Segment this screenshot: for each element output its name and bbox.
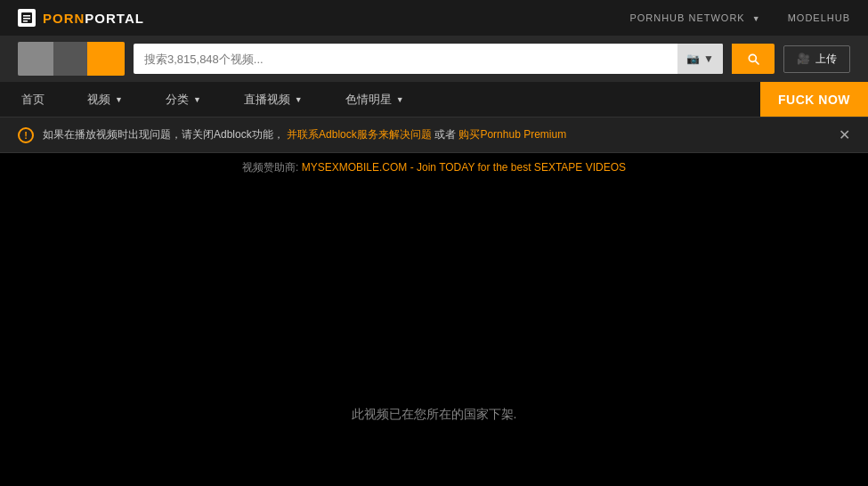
logo-icon bbox=[18, 9, 36, 27]
main-nav: 首页 视频 ▼ 分类 ▼ 直播视频 ▼ 色情明星 ▼ FUCK NOW bbox=[0, 82, 868, 117]
top-nav-links: PORNHUB NETWORK ▼ MODELHUB bbox=[629, 12, 850, 23]
svg-rect-1 bbox=[23, 15, 30, 17]
nav-item-categories[interactable]: 分类 ▼ bbox=[144, 82, 223, 117]
logo-thumbnail bbox=[18, 42, 125, 76]
nav-item-home[interactable]: 首页 bbox=[0, 82, 66, 117]
chevron-down-icon: ▼ bbox=[752, 14, 761, 23]
sponsor-bar: 视频赞助商: MYSEXMOBILE.COM - Join TODAY for … bbox=[0, 153, 868, 182]
chevron-down-icon: ▼ bbox=[396, 95, 404, 104]
svg-rect-2 bbox=[23, 18, 30, 20]
video-camera-icon: 🎥 bbox=[797, 53, 810, 65]
upload-button[interactable]: 🎥 上传 bbox=[783, 45, 850, 73]
nav-item-videos[interactable]: 视频 ▼ bbox=[66, 82, 144, 117]
alert-message: 如果在播放视频时出现问题，请关闭Adblock功能， 并联系Adblock服务来… bbox=[43, 127, 566, 142]
search-bar: 📷 ▼ 🎥 上传 bbox=[0, 36, 868, 82]
cam-dropdown-chevron: ▼ bbox=[703, 53, 714, 65]
camera-select-button[interactable]: 📷 ▼ bbox=[677, 44, 723, 74]
nav-link-pornhub-network[interactable]: PORNHUB NETWORK ▼ bbox=[629, 12, 760, 23]
fuck-now-button[interactable]: FUCK NOW bbox=[760, 82, 868, 117]
logo-text: PORNPORTAL bbox=[43, 11, 144, 26]
search-input-wrap: 📷 ▼ bbox=[134, 44, 723, 74]
logo[interactable]: PORNPORTAL bbox=[18, 9, 144, 27]
alert-icon: ! bbox=[18, 127, 34, 143]
logo-highlight: PORN bbox=[43, 11, 85, 26]
search-button[interactable] bbox=[732, 44, 775, 74]
main-content: 此视频已在您所在的国家下架. bbox=[0, 182, 868, 450]
top-nav: PORNPORTAL PORNHUB NETWORK ▼ MODELHUB bbox=[0, 0, 868, 36]
thumbnail-orange bbox=[87, 42, 125, 76]
nav-item-live-videos[interactable]: 直播视频 ▼ bbox=[223, 82, 324, 117]
unavailable-message: 此视频已在您所在的国家下架. bbox=[352, 211, 517, 423]
sponsor-link[interactable]: MYSEXMOBILE.COM - Join TODAY for the bes… bbox=[302, 161, 626, 174]
camera-icon: 📷 bbox=[686, 53, 700, 65]
search-icon bbox=[746, 52, 760, 66]
search-input[interactable] bbox=[134, 53, 677, 66]
chevron-down-icon: ▼ bbox=[193, 95, 201, 104]
alert-bar: ! 如果在播放视频时出现问题，请关闭Adblock功能， 并联系Adblock服… bbox=[0, 117, 868, 153]
close-alert-button[interactable]: ✕ bbox=[839, 126, 850, 143]
chevron-down-icon: ▼ bbox=[295, 95, 303, 104]
nav-item-pornstars[interactable]: 色情明星 ▼ bbox=[324, 82, 426, 117]
adblock-link[interactable]: 并联系Adblock服务来解决问题 bbox=[287, 128, 432, 141]
svg-rect-3 bbox=[23, 20, 28, 22]
premium-link[interactable]: 购买Pornhub Premium bbox=[458, 128, 566, 141]
nav-link-modelhub[interactable]: MODELHUB bbox=[788, 12, 850, 23]
chevron-down-icon: ▼ bbox=[115, 95, 123, 104]
